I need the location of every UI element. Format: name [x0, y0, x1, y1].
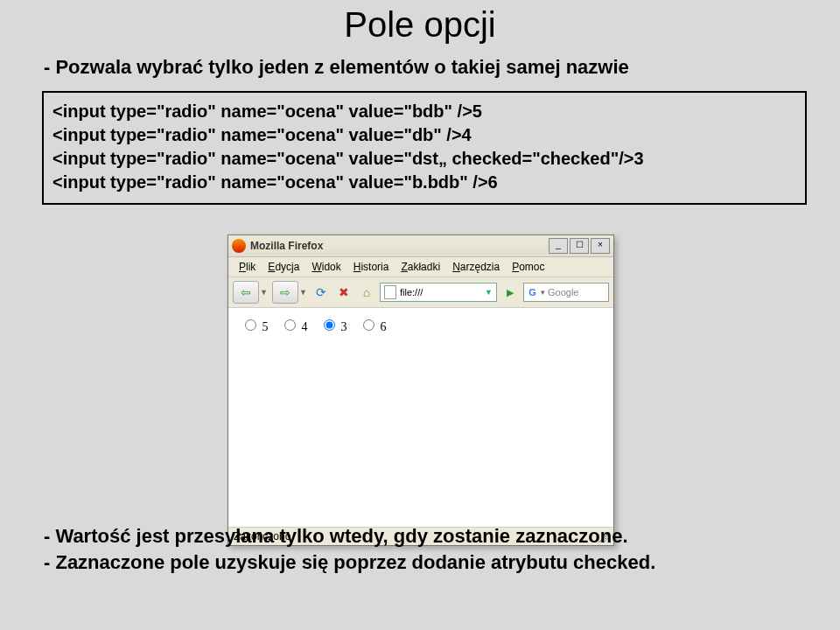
forward-button[interactable]: ⇨ — [272, 281, 298, 304]
radio-input-5[interactable] — [245, 319, 256, 331]
search-input[interactable]: G ▾ Google — [523, 283, 609, 302]
browser-app-title: Mozilla Firefox — [250, 240, 549, 252]
browser-content: 5 4 3 6 — [228, 308, 613, 527]
radio-label-6: 6 — [381, 320, 387, 333]
page-icon — [384, 285, 396, 299]
url-text: file:/// — [400, 287, 423, 298]
radio-label-5: 5 — [262, 320, 269, 333]
menu-historia[interactable]: Historia — [348, 260, 395, 274]
radio-input-3[interactable] — [324, 319, 335, 331]
code-line-1: <input type="radio" name="ocena" value="… — [52, 100, 796, 123]
close-button[interactable]: × — [591, 238, 610, 254]
menu-plik[interactable]: Plik — [234, 260, 261, 274]
browser-titlebar: Mozilla Firefox _ ☐ × — [228, 235, 613, 257]
minimize-button[interactable]: _ — [549, 238, 568, 254]
google-icon: G — [527, 287, 538, 298]
note-bullet-1: - Wartość jest przesyłana tylko wtedy, g… — [44, 525, 796, 548]
radio-option-3[interactable]: 3 — [319, 320, 347, 333]
code-example-box: <input type="radio" name="ocena" value="… — [42, 91, 807, 205]
radio-group-ocena: 5 4 3 6 — [241, 317, 601, 334]
url-dropdown-icon[interactable]: ▼ — [485, 288, 493, 297]
radio-option-4[interactable]: 4 — [280, 320, 308, 333]
browser-menubar: Plik Edycja Widok Historia Zakładki Narz… — [228, 257, 613, 277]
intro-bullet: - Pozwala wybrać tylko jeden z elementów… — [44, 56, 796, 79]
firefox-icon — [232, 239, 246, 253]
back-dropdown-icon[interactable]: ▼ — [260, 288, 269, 297]
radio-input-4[interactable] — [284, 319, 296, 331]
menu-widok[interactable]: Widok — [306, 260, 346, 274]
window-controls: _ ☐ × — [549, 238, 610, 254]
menu-edycja[interactable]: Edycja — [262, 260, 304, 274]
menu-pomoc[interactable]: Pomoc — [507, 260, 550, 274]
reload-icon[interactable]: ⟳ — [312, 283, 331, 302]
browser-window: Mozilla Firefox _ ☐ × Plik Edycja Widok … — [228, 234, 614, 546]
search-placeholder: Google — [548, 287, 578, 298]
code-line-4: <input type="radio" name="ocena" value="… — [52, 171, 796, 194]
home-icon[interactable]: ⌂ — [357, 283, 376, 302]
radio-label-3: 3 — [341, 320, 347, 333]
menu-zakladki[interactable]: Zakładki — [396, 260, 445, 274]
radio-label-4: 4 — [302, 320, 308, 333]
radio-option-6[interactable]: 6 — [359, 320, 387, 333]
search-dropdown-icon[interactable]: ▾ — [541, 288, 545, 297]
note-bullet-2: - Zaznaczone pole uzyskuje się poprzez d… — [44, 551, 796, 574]
go-button[interactable]: ▶ — [500, 283, 520, 302]
maximize-button[interactable]: ☐ — [570, 238, 589, 254]
url-input[interactable]: file:/// ▼ — [380, 283, 497, 302]
code-line-2: <input type="radio" name="ocena" value="… — [52, 123, 796, 147]
menu-narzedzia[interactable]: Narzędzia — [447, 260, 505, 274]
code-line-3: <input type="radio" name="ocena" value="… — [52, 147, 796, 171]
forward-dropdown-icon[interactable]: ▼ — [299, 288, 308, 297]
radio-input-6[interactable] — [363, 319, 374, 331]
radio-option-5[interactable]: 5 — [241, 320, 269, 333]
back-button[interactable]: ⇦ — [233, 281, 259, 304]
slide-title: Pole opcji — [0, 5, 840, 45]
browser-toolbar: ⇦ ▼ ⇨ ▼ ⟳ ✖ ⌂ file:/// ▼ ▶ G ▾ Google — [228, 277, 613, 308]
stop-icon[interactable]: ✖ — [334, 283, 354, 302]
